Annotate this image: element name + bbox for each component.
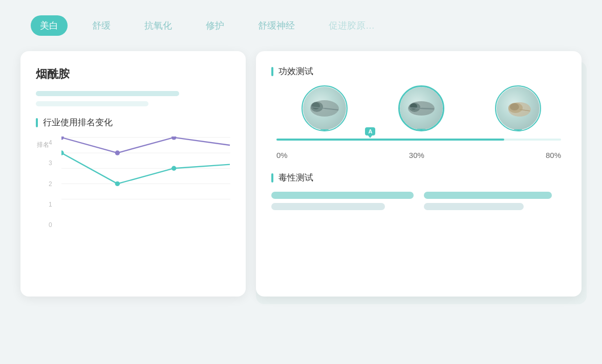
specimen-bubble-0 xyxy=(302,85,348,131)
toxicity-section: 毒性测试 xyxy=(271,172,566,210)
right-card: 功效测试 xyxy=(256,51,582,297)
efficacy-slider[interactable]: A xyxy=(276,139,561,141)
svg-point-7 xyxy=(312,102,320,109)
title-bar-2 xyxy=(36,101,148,106)
y-tick-2: 2 xyxy=(49,180,52,188)
toxicity-bars xyxy=(271,192,566,210)
organism-30-svg xyxy=(403,96,439,121)
slider-fill xyxy=(276,139,504,141)
svg-line-14 xyxy=(408,108,421,108)
tox-bar-teal-r1 xyxy=(424,192,552,199)
cards-container: 烟酰胺 行业使用排名变化 排名 0 1 2 3 4 xyxy=(20,51,582,297)
y-tick-0: 0 xyxy=(49,221,52,229)
svg-point-17 xyxy=(510,103,519,110)
organism-0-svg xyxy=(307,96,342,121)
specimen-row xyxy=(271,85,566,133)
ranking-chart: 排名 0 1 2 3 4 xyxy=(36,136,230,239)
tab-antioxidant[interactable]: 抗氧化 xyxy=(135,15,181,36)
efficacy-section: 功效测试 xyxy=(271,65,566,160)
pct-30: 30% xyxy=(409,151,424,160)
dot-p2 xyxy=(115,150,120,155)
tox-bar-teal-l1 xyxy=(271,192,414,199)
pct-0: 0% xyxy=(276,151,288,160)
specimen-bubble-80 xyxy=(495,85,541,131)
tox-bar-gray-r1 xyxy=(424,203,524,210)
tox-group-right xyxy=(424,192,566,210)
dot-t2 xyxy=(115,181,120,186)
specimen-inner-30 xyxy=(400,87,443,130)
slider-track: A xyxy=(276,139,561,141)
specimen-item-30 xyxy=(373,85,470,133)
efficacy-title: 功效测试 xyxy=(271,65,566,77)
chart-svg xyxy=(61,136,230,214)
specimen-item-80 xyxy=(469,85,566,133)
specimen-inner-0 xyxy=(303,87,346,130)
dot-p1 xyxy=(61,136,64,140)
ingredient-title: 烟酰胺 xyxy=(36,66,230,82)
organism-80-svg xyxy=(500,96,536,121)
nav-tabs: 美白 舒缓 抗氧化 修护 舒缓神经 促进胶原… xyxy=(20,15,384,36)
y-tick-3: 3 xyxy=(49,160,52,167)
svg-line-13 xyxy=(421,108,434,109)
y-axis-label: 排名 xyxy=(37,141,49,149)
tox-bar-gray-l1 xyxy=(271,203,385,210)
tab-collagen[interactable]: 促进胶原… xyxy=(319,15,384,36)
tab-whitening[interactable]: 美白 xyxy=(31,15,68,36)
y-tick-1: 1 xyxy=(49,201,52,208)
tox-group-left xyxy=(271,192,414,210)
y-tick-4: 4 xyxy=(49,139,52,146)
pct-80: 80% xyxy=(546,151,561,160)
specimen-inner-80 xyxy=(497,87,540,130)
slider-marker: A xyxy=(365,127,375,135)
specimen-bubble-30 xyxy=(398,85,444,131)
purple-line xyxy=(61,138,230,153)
toxicity-title: 毒性测试 xyxy=(271,172,566,184)
y-axis-ticks: 0 1 2 3 4 xyxy=(49,139,52,229)
dot-t3 xyxy=(171,166,176,171)
left-card: 烟酰胺 行业使用排名变化 排名 0 1 2 3 4 xyxy=(20,51,246,297)
specimen-item-0 xyxy=(276,85,373,133)
dot-p3 xyxy=(171,136,176,140)
ranking-section-title: 行业使用排名变化 xyxy=(36,117,230,128)
tab-nerve[interactable]: 舒缓神经 xyxy=(249,15,304,36)
pct-labels-row: 0% 30% 80% xyxy=(271,151,566,160)
tab-soothing[interactable]: 舒缓 xyxy=(83,15,120,36)
tab-repair[interactable]: 修护 xyxy=(197,15,233,36)
title-bar-1 xyxy=(36,91,179,96)
